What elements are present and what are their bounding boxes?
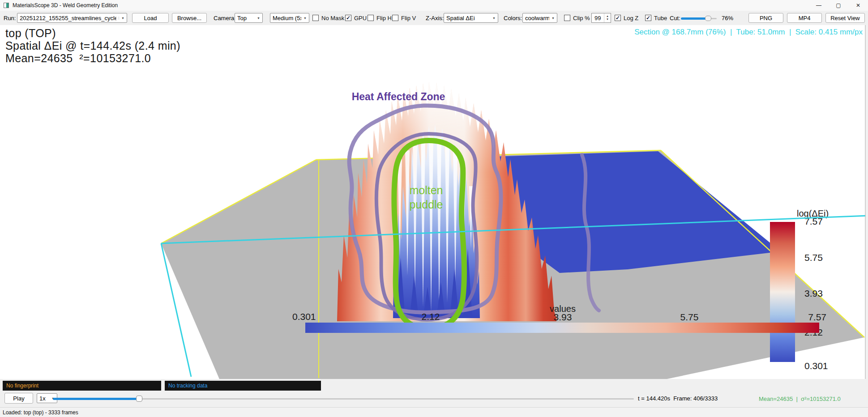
play-button[interactable]: Play: [4, 393, 33, 404]
chevron-down-icon: ▼: [119, 17, 124, 20]
clip-percent-value: 99: [592, 15, 604, 21]
checkbox-icon: ✓: [345, 15, 351, 21]
run-value: 20251212_155255_streamlines_cycle_test_2: [20, 15, 116, 21]
h-tick: 7.57: [808, 312, 826, 322]
stats-readout: Mean=24635 | σ²=10153271.0: [759, 396, 841, 402]
z-axis-value: Spatial ΔEi: [446, 15, 490, 21]
z-axis-label: Z-Axis:: [426, 11, 444, 25]
tube-label: Tube: [654, 15, 667, 21]
cut-percent: 76%: [722, 11, 733, 25]
checkbox-icon: ✓: [615, 15, 621, 21]
close-button[interactable]: ✕: [848, 0, 868, 11]
h-tick: 5.75: [680, 312, 699, 322]
log-z-checkbox[interactable]: ✓ Log Z: [615, 11, 638, 25]
viewport-right-strip: [865, 25, 868, 379]
hud-view-name: top (TOP): [5, 27, 180, 39]
timeline-slider[interactable]: [53, 396, 634, 402]
browse-button[interactable]: Browse...: [172, 13, 207, 23]
weld-3d-scene: Heat Affected Zone molten puddle log(ΔEi…: [0, 25, 868, 379]
bottom-panel: No fingerprint No tracking data Play 1x …: [0, 379, 868, 417]
run-label: Run:: [4, 11, 16, 25]
tube-checkbox[interactable]: ✓ Tube: [645, 11, 667, 25]
render-viewport[interactable]: Heat Affected Zone molten puddle log(ΔEi…: [0, 25, 868, 379]
chevron-down-icon: ▼: [257, 17, 260, 20]
flip-h-label: Flip H: [376, 15, 392, 21]
minimize-button[interactable]: —: [809, 0, 829, 11]
app-icon: [4, 3, 9, 8]
camera-label: Camera:: [214, 11, 236, 25]
v-tick: 3.93: [804, 288, 823, 298]
gpu-label: GPU: [354, 15, 367, 21]
fingerprint-status-bar: No fingerprint: [3, 381, 161, 391]
h-tick: 2.12: [422, 311, 440, 322]
flip-h-checkbox[interactable]: Flip H: [368, 11, 392, 25]
colors-label: Colors:: [504, 11, 522, 25]
spin-up-icon[interactable]: ▲: [606, 15, 609, 18]
run-select[interactable]: 20251212_155255_streamlines_cycle_test_2…: [17, 13, 127, 23]
v-tick: 5.75: [804, 252, 823, 263]
cut-slider-handle[interactable]: [705, 16, 711, 21]
hud-statistics: Mean=24635 ²=10153271.0: [5, 52, 180, 64]
camera-value: Top: [237, 15, 255, 21]
chevron-down-icon: ▼: [492, 17, 496, 20]
cut-label: Cut:: [670, 11, 680, 25]
quality-select[interactable]: Medium (5x) ▼: [270, 13, 309, 23]
mp4-button[interactable]: MP4: [787, 13, 822, 23]
timeline-track: [139, 398, 634, 400]
window-title: MaterialsScope 3D - Weld Geometry Editio…: [13, 2, 118, 9]
timeline-fill: [53, 398, 139, 400]
clip-label: Clip %: [573, 15, 590, 21]
checkbox-icon: [564, 15, 570, 21]
hud-field-time: Spatial ΔEi @ t=144.42s (2.4 min): [5, 39, 180, 52]
checkbox-icon: ✓: [645, 15, 651, 21]
chevron-down-icon: ▼: [304, 17, 307, 20]
png-button[interactable]: PNG: [748, 13, 783, 23]
no-mask-checkbox[interactable]: No Mask: [312, 11, 344, 25]
log-z-label: Log Z: [624, 15, 638, 21]
spin-down-icon[interactable]: ▼: [606, 18, 609, 21]
time-frame-readout: t = 144.420s Frame: 406/3333: [638, 395, 718, 402]
spinner-arrows[interactable]: ▲▼: [604, 13, 611, 22]
flip-v-checkbox[interactable]: Flip V: [392, 11, 416, 25]
section-info: Section @ 168.7mm (76%) | Tube: 51.0mm |…: [634, 28, 863, 37]
chevron-down-icon: ▼: [552, 17, 555, 20]
clip-checkbox[interactable]: Clip %: [564, 11, 590, 25]
puddle-annotation-line2: puddle: [409, 198, 443, 211]
speed-value: 1x: [39, 395, 49, 402]
quality-value: Medium (5x): [273, 15, 301, 21]
camera-select[interactable]: Top ▼: [235, 13, 263, 23]
puddle-annotation-line1: molten: [409, 184, 443, 196]
checkbox-icon: [368, 15, 374, 21]
colors-select[interactable]: coolwarm ▼: [522, 13, 557, 23]
checkbox-icon: [312, 15, 319, 21]
v-tick: 0.301: [804, 361, 828, 371]
cut-slider[interactable]: [681, 17, 717, 21]
timeline-handle[interactable]: [136, 396, 142, 402]
flip-v-label: Flip V: [401, 15, 416, 21]
cut-slider-fill: [681, 17, 708, 20]
clip-percent-spinner[interactable]: 99 ▲▼: [591, 13, 611, 23]
status-text: Loaded: top (top) - 3333 frames: [3, 409, 78, 416]
h-tick: 0.301: [292, 311, 316, 322]
checkbox-icon: [392, 15, 398, 21]
title-bar: MaterialsScope 3D - Weld Geometry Editio…: [0, 0, 868, 11]
h-tick: 3.93: [554, 312, 572, 322]
status-bar: Loaded: top (top) - 3333 frames: [0, 407, 868, 417]
window-controls: — ▢ ✕: [809, 0, 868, 11]
gpu-checkbox[interactable]: ✓ GPU: [345, 11, 367, 25]
load-button[interactable]: Load: [132, 13, 169, 23]
tracking-status-bar: No tracking data: [165, 381, 321, 391]
reset-view-button[interactable]: Reset View: [825, 13, 865, 23]
z-axis-select[interactable]: Spatial ΔEi ▼: [444, 13, 498, 23]
main-toolbar: Run: 20251212_155255_streamlines_cycle_t…: [0, 11, 868, 25]
maximize-button[interactable]: ▢: [829, 0, 848, 11]
haz-annotation: Heat Affected Zone: [352, 91, 445, 102]
colors-value: coolwarm: [525, 15, 549, 21]
no-mask-label: No Mask: [321, 15, 344, 21]
hud-overlay: top (TOP) Spatial ΔEi @ t=144.42s (2.4 m…: [5, 27, 180, 64]
